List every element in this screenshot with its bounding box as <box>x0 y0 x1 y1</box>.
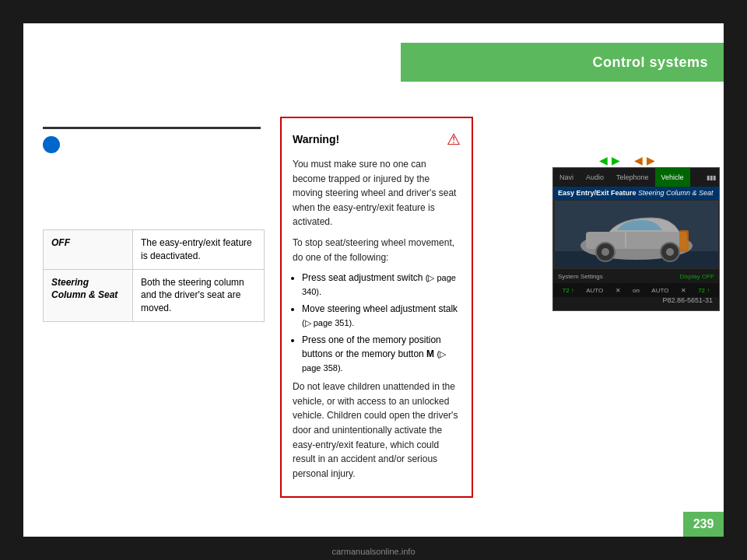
image-reference: P82.86-5651-31 <box>662 296 713 304</box>
warning-paragraph-2: To stop seat/steering wheel movement, do… <box>293 236 461 264</box>
nav-vehicle[interactable]: Vehicle <box>655 168 690 187</box>
feature-label: Easy Entry/Exit Feature <box>558 189 638 197</box>
nav-telephone[interactable]: Telephone <box>610 168 655 187</box>
header-bar: Control systems <box>401 43 724 82</box>
section-line <box>43 127 261 129</box>
feature-bar: Easy Entry/Exit Feature Steering Column … <box>553 187 719 199</box>
svg-point-7 <box>666 248 674 256</box>
signal-bar-icon: ▮▮▮ <box>707 174 716 181</box>
nav-audio[interactable]: Audio <box>580 168 610 187</box>
svg-rect-8 <box>625 232 626 247</box>
signal-icons: ▮▮▮ <box>690 174 719 181</box>
svg-rect-9 <box>679 230 689 252</box>
table-row: OFF The easy-entry/exit feature is deact… <box>44 230 264 270</box>
watermark: carmanualsonline.info <box>331 547 415 556</box>
car-display: Navi Audio Telephone Vehicle ▮▮▮ Easy En… <box>552 167 720 311</box>
page-ref: (▷ page 340). <box>302 273 456 296</box>
arrow-right-icon: ▶ <box>612 154 620 166</box>
warning-triangle-icon: ⚠ <box>447 128 461 151</box>
bottom-controls-bar: System Settings Display OFF <box>553 269 719 283</box>
nav-bar: Navi Audio Telephone Vehicle ▮▮▮ <box>553 168 719 187</box>
table-cell-label: Steering Column & Seat <box>44 270 133 321</box>
page-number: 239 <box>683 512 724 537</box>
nav-navi[interactable]: Navi <box>553 168 580 187</box>
temp-right: 72 ↑ <box>698 287 710 294</box>
arrow-left-icon: ◀ <box>599 154 608 166</box>
on-label: on <box>633 287 640 294</box>
warning-box: Warning! ⚠ You must make sure no one can… <box>280 117 473 498</box>
table-row: Steering Column & Seat Both the steering… <box>44 270 264 321</box>
page-ref: (▷ page 358). <box>302 349 446 373</box>
display-off-label[interactable]: Display OFF <box>680 273 714 280</box>
table-cell-value: Both the steering column and the driver'… <box>133 270 264 321</box>
warning-bullets: Press seat adjustment switch (▷ page 340… <box>302 271 461 375</box>
x-icon-2: ✕ <box>681 287 686 294</box>
temp-left: 72 ↑ <box>563 287 574 294</box>
table-cell-value: The easy-entry/exit feature is deactivat… <box>133 230 264 269</box>
warning-header: Warning! ⚠ <box>293 128 461 151</box>
warning-title: Warning! <box>293 131 339 148</box>
bullet-item: Move steering wheel adjustment stalk (▷ … <box>302 302 461 330</box>
auto-label-1: AUTO <box>586 287 603 294</box>
x-icon-1: ✕ <box>615 287 621 294</box>
svg-point-5 <box>601 248 609 256</box>
warning-paragraph-3: Do not leave children unattended in the … <box>293 380 461 481</box>
bullet-circle <box>43 136 60 153</box>
feature-sub-label: Steering Column & Seat <box>638 189 714 197</box>
car-illustration <box>555 201 718 268</box>
page-ref: (▷ page 351). <box>302 318 354 327</box>
warning-paragraph-1: You must make sure no one can become tra… <box>293 157 461 229</box>
arrow-right-orange-icon: ▶ <box>647 154 655 166</box>
car-image-area <box>553 199 719 269</box>
temp-controls-row: 72 ↑ AUTO ✕ on AUTO ✕ 72 ↑ <box>553 283 719 297</box>
feature-table: OFF The easy-entry/exit feature is deact… <box>43 229 265 322</box>
table-cell-label: OFF <box>44 230 133 269</box>
arrow-left-orange-icon: ◀ <box>634 154 643 166</box>
auto-label-2: AUTO <box>651 287 668 294</box>
header-title: Control systems <box>592 54 708 71</box>
arrows-row: ◀ ▶ ◀ ▶ <box>599 154 655 166</box>
system-settings-label[interactable]: System Settings <box>558 273 603 280</box>
bullet-item: Press one of the memory position buttons… <box>302 333 461 375</box>
bullet-item: Press seat adjustment switch (▷ page 340… <box>302 271 461 299</box>
